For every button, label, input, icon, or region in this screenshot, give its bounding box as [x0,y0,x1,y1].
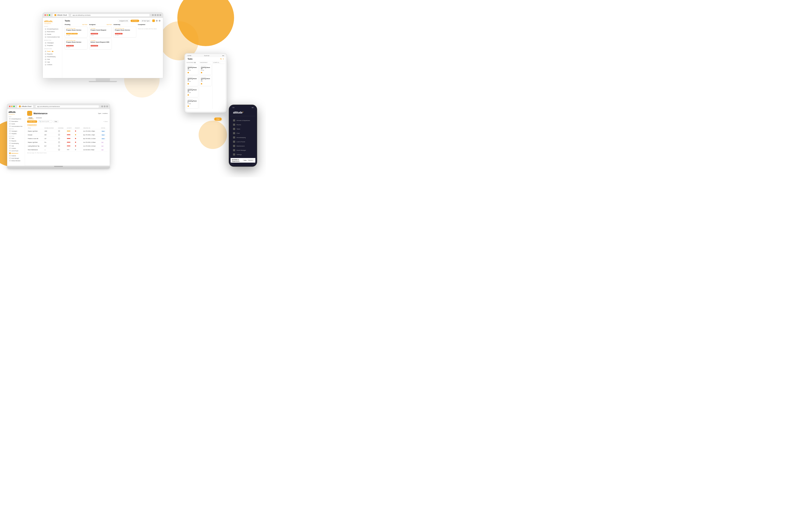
laptop-sidebar-kiosk[interactable]: Kiosk Manager [8,157,24,159]
locations-link[interactable]: Locations [102,113,108,114]
sidebar-item-guests[interactable]: Guests [44,33,61,36]
laptop-url-bar[interactable]: app.uat.altitudehq.com/maintenance [36,105,99,108]
tasks-icon [233,128,235,130]
laptop-sidebar-requests[interactable]: Requests [8,139,24,142]
laptop-sidebar-arrivals[interactable]: Arrivals/Departures [8,118,24,120]
phone-nav-lost-found[interactable]: Lost & Found [230,139,255,144]
tablet-underway-card-18[interactable]: Unassigned Cleaning Room 18 01 018 [200,64,212,75]
sidebar-item-templates[interactable]: Templates [44,44,61,47]
laptop-section-marketing: MARKETING [8,128,24,130]
laptop-close-dot[interactable] [9,106,11,107]
laptop-sidebar-contacts[interactable]: Contacts [8,147,24,150]
kanban-card[interactable]: Concierge Prepare Guest Request No due d… [89,26,112,37]
contacts-label: Contacts [47,64,52,65]
assigned-to-me-pill[interactable]: Assigned to Me [27,124,37,126]
tablet-refresh-icon[interactable]: ↻ [220,58,222,60]
minimize-dot[interactable] [46,14,48,16]
all-teams-filter[interactable]: All Teams [131,20,139,22]
table-row[interactable]: Leaking Bathroom Tap B17 Jun 17th 2023, … [27,144,108,148]
laptop-sidebar-comms[interactable]: Communications Hub [8,125,24,128]
maximize-dot[interactable] [49,14,50,16]
kanban-card[interactable]: Food and Beverage Prepare Room Service 2… [65,26,88,37]
tablet-card[interactable]: Unassigned Cleaning Room 20 D1 020 [187,87,198,97]
laptop-sidebar-guests[interactable]: Guests [8,122,24,125]
add-task-pending[interactable]: Add Task [82,24,88,25]
laptop-sidebar-housekeeping[interactable]: Housekeeping [8,142,24,145]
assigned-to-me-filter[interactable]: Assigned to Me [118,20,130,22]
types-link[interactable]: Types [98,113,101,114]
browser-tab[interactable]: Altitude Cloud [53,14,69,17]
issues-tab[interactable]: Issues [27,117,34,119]
phone-nav-kiosk[interactable]: Kiosk Manager [230,148,255,152]
filter-icon[interactable]: ⚡ [152,19,155,22]
search-input[interactable]: 🔍 Search by title [38,120,52,123]
url-bar[interactable]: app.uat.altitudehq.com/tasks [71,14,150,16]
laptop-minimize-dot[interactable] [11,106,13,107]
scheduled-tab[interactable]: Scheduled [35,117,43,119]
scene: Altitude Cloud app.uat.altitudehq.com/ta… [0,0,266,177]
phone-nav-chat[interactable]: Chat [230,131,255,135]
tablet-card[interactable]: Unassigned Cleaning Room 22 D1 022 [187,76,198,86]
col-title: TITLE [27,127,44,129]
create-issue-button[interactable]: Create Issue [27,120,37,123]
kanban-card[interactable]: Food and Beverage Prepare Room Service N… [65,38,88,50]
phone-tab-departed[interactable]: Departed [247,159,253,161]
sidebar-item-tasks[interactable]: Tasks 3 [44,50,61,53]
laptop-browser-tab[interactable]: Altitude Cloud [17,105,33,108]
sidebar-item-chat[interactable]: Chat [44,58,61,61]
laptop-sidebar-lost-found[interactable]: Lost & Found [8,150,24,152]
sidebar-item-logs[interactable]: Logs [44,61,61,63]
phone-nav-maintenance[interactable]: Maintenance [230,144,255,148]
phone-nav-housekeeping[interactable]: Housekeeping [230,135,255,139]
close-dot[interactable] [44,14,46,16]
phone-nav-settings-label: Settings [236,154,242,155]
laptop-sidebar-incidents[interactable]: Incidents [8,154,24,157]
desktop-base [89,81,117,82]
view-toggle[interactable] [156,20,158,22]
add-task-assigned[interactable]: Add Task [107,24,112,25]
templates-label: Templates [47,45,53,46]
phone-nav-settings[interactable]: Settings [230,152,255,157]
sidebar-item-requests[interactable]: Requests [44,53,61,55]
kanban-card[interactable]: Food and Beverage Prepare Room Service N… [114,26,136,37]
maintenance-table-wrapper[interactable]: TITLE ROOM/LOCATION ASSIGNEE ACTIVITY PR… [27,127,108,152]
phone-nav-arrivals[interactable]: Arrivals & Departures [230,118,255,122]
table-row[interactable]: Room Maintenance — Jun 3rd 2023, 9:04pm … [27,148,108,152]
chat-bubble[interactable]: Chat [214,118,222,120]
phone-screen: 3:20 ●●● altitude Arrivals & Departures [230,107,255,165]
tc-badge [188,94,189,96]
laptop-sidebar-maintenance[interactable]: Maintenance [8,152,24,154]
filter-button[interactable]: Filter [53,120,59,123]
tablet-add-icon[interactable]: + [223,58,224,60]
maintenance-icon [233,145,235,147]
sidebar-item-reservations[interactable]: Reservations [44,30,61,33]
laptop-maximize-dot[interactable] [13,106,15,107]
tablet-card[interactable]: Unassigned Cleaning Room 10 D1 010 [187,64,198,75]
sidebar-item-campaigns[interactable]: Campaigns [44,41,61,44]
view-toggle-2[interactable] [159,20,160,22]
laptop-sidebar-tasks[interactable]: Tasks [8,137,24,139]
sidebar-item-housekeeping[interactable]: Housekeeping [44,55,61,58]
completed-col-header: Completed [138,24,161,25]
kanban-card[interactable]: Concierge Deliver Guest Request #995 No … [89,38,112,50]
laptop-sidebar-minibar[interactable]: Minibar Attendant [8,159,24,162]
phone-tab-today[interactable]: Today [243,159,247,161]
tablet-underway-card-10[interactable]: Unassigned Cleaning Room 10 010 [200,76,212,86]
table-row[interactable]: Problem in room 4M 107 Apr 17th 2023, 11… [27,137,108,140]
sidebar-item-arrivals[interactable]: Arrivals/Departures [44,28,61,30]
table-row[interactable]: Example 849 Apr 17th 2023, 1:43pm Open [27,133,108,137]
laptop-sidebar-templates[interactable]: Templates [8,132,24,135]
laptop-sidebar-logs[interactable]: Logs [8,145,24,147]
desktop-stand [96,78,110,81]
all-task-types-filter[interactable]: All Task Types [140,20,151,22]
sidebar-item-contacts[interactable]: Contacts [44,63,61,66]
sidebar-item-comms[interactable]: Communications Hub [44,36,61,38]
laptop-sidebar-reservations[interactable]: Reservations [8,120,24,122]
row-status: — [100,148,108,152]
phone-nav-rooms[interactable]: Rooms [230,122,255,127]
laptop-sidebar-campaigns[interactable]: Campaigns [8,130,24,132]
table-row[interactable]: Replace Light Bulb Pro Jun 17th 2023, 10… [27,140,108,144]
table-row[interactable]: Replace Light Bulb 1006 Jun 17th 2023, 2… [27,129,108,133]
tablet-card[interactable]: Unassigned Cleaning Room 9 D1 009 [187,98,198,109]
phone-nav-tasks[interactable]: Tasks [230,127,255,131]
